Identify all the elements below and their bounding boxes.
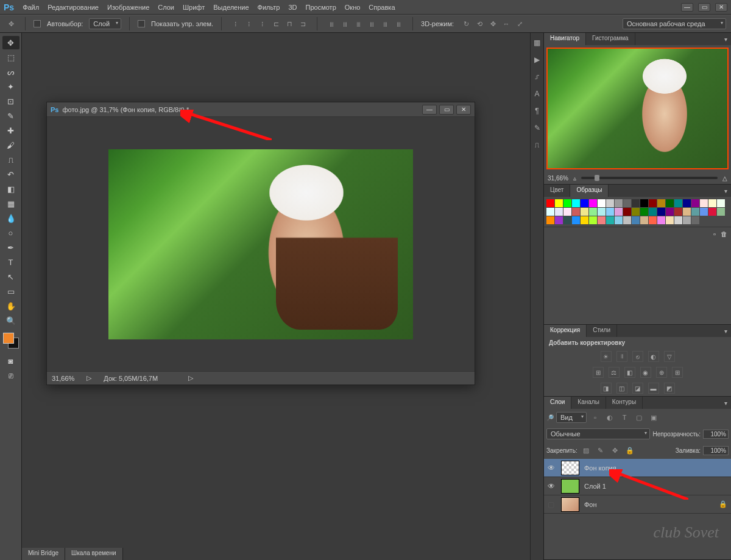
swatch[interactable] xyxy=(572,208,580,216)
colorbalance-icon[interactable]: ⚖ xyxy=(609,367,620,378)
swatch[interactable] xyxy=(657,216,665,224)
autoselect-checkbox[interactable] xyxy=(34,20,41,27)
swatch[interactable] xyxy=(649,216,657,224)
swatch[interactable] xyxy=(598,208,606,216)
clone-source-icon[interactable]: ⎍ xyxy=(532,140,542,150)
path-tool[interactable]: ↖ xyxy=(2,270,19,283)
swatch[interactable] xyxy=(657,208,665,216)
color-tab[interactable]: Цвет xyxy=(544,185,570,197)
swatch[interactable] xyxy=(674,208,682,216)
filter-smart-icon[interactable]: ▣ xyxy=(648,411,660,424)
swatch[interactable] xyxy=(691,199,699,207)
character-icon[interactable]: A xyxy=(532,89,542,99)
swatch[interactable] xyxy=(615,216,623,224)
swatch[interactable] xyxy=(674,216,682,224)
swatch[interactable] xyxy=(606,199,614,207)
color-menu-icon[interactable]: ▾ xyxy=(720,185,731,197)
zoom-out-icon[interactable]: ▵ xyxy=(573,175,576,182)
swatch[interactable] xyxy=(632,199,640,207)
swatch[interactable] xyxy=(555,199,563,207)
layer-name[interactable]: Слой 1 xyxy=(584,483,606,490)
swatch[interactable] xyxy=(615,208,623,216)
3d-orbit-icon[interactable]: ↻ xyxy=(460,18,472,30)
swatch[interactable] xyxy=(623,199,631,207)
adjustments-tab[interactable]: Коррекция xyxy=(544,325,587,337)
doc-info-icon[interactable]: ▷ xyxy=(87,374,91,382)
visibility-icon[interactable]: ▢ xyxy=(548,500,556,509)
layers-tab[interactable]: Слои xyxy=(544,397,571,409)
selective-icon[interactable]: ◩ xyxy=(664,383,675,394)
swatch[interactable] xyxy=(640,208,648,216)
actions-icon[interactable]: ▶ xyxy=(532,55,542,65)
gradient-tool[interactable]: ▦ xyxy=(2,197,19,210)
paragraph-icon[interactable]: ¶ xyxy=(532,106,542,116)
swatch[interactable] xyxy=(708,199,716,207)
shape-tool[interactable]: ▭ xyxy=(2,285,19,298)
crop-tool[interactable]: ⊡ xyxy=(2,94,19,108)
filter-pixel-icon[interactable]: ▫ xyxy=(589,411,601,424)
swatch[interactable] xyxy=(649,208,657,216)
align-bottom-icon[interactable]: ⫶ xyxy=(256,18,269,30)
lock-transparent-icon[interactable]: ▨ xyxy=(580,444,592,456)
swatch[interactable] xyxy=(598,199,606,207)
move-tool[interactable]: ✥ xyxy=(2,36,19,49)
layer-row[interactable]: ▢ Фон 🔒 xyxy=(544,495,731,514)
styles-tab[interactable]: Стили xyxy=(587,325,617,337)
menu-file[interactable]: Файл xyxy=(23,4,39,11)
menu-select[interactable]: Выделение xyxy=(213,4,249,11)
color-swatches[interactable] xyxy=(3,333,19,349)
swatches-tab[interactable]: Образцы xyxy=(570,185,609,197)
swatch[interactable] xyxy=(691,216,699,224)
filter-search-icon[interactable]: 🔎 xyxy=(546,414,554,421)
swatch[interactable] xyxy=(598,216,606,224)
swatch[interactable] xyxy=(683,216,691,224)
align-vcenter-icon[interactable]: ⫶ xyxy=(243,18,255,30)
blend-mode-dropdown[interactable]: Обычные xyxy=(546,428,650,439)
delete-swatch-icon[interactable]: 🗑 xyxy=(721,230,727,238)
zoom-tool[interactable]: 🔍 xyxy=(2,314,19,327)
swatch[interactable] xyxy=(623,216,631,224)
new-swatch-icon[interactable]: ▫ xyxy=(713,230,716,238)
workspace-dropdown[interactable]: Основная рабочая среда xyxy=(623,18,726,29)
hue-icon[interactable]: ⊞ xyxy=(593,367,604,378)
foreground-color[interactable] xyxy=(3,333,14,344)
layers-menu-icon[interactable]: ▾ xyxy=(720,397,731,409)
doc-maximize-button[interactable]: ▭ xyxy=(439,105,454,115)
channels-tab[interactable]: Каналы xyxy=(571,397,606,409)
window-minimize-button[interactable]: — xyxy=(681,3,693,12)
visibility-icon[interactable]: 👁 xyxy=(548,464,556,472)
swatch[interactable] xyxy=(632,216,640,224)
layer-name[interactable]: Фон копия xyxy=(584,464,616,472)
align-right-icon[interactable]: ⊐ xyxy=(297,18,309,30)
filter-shape-icon[interactable]: ▢ xyxy=(633,411,645,424)
swatch[interactable] xyxy=(717,199,725,207)
quickmask-tool[interactable]: ◙ xyxy=(2,354,19,367)
3d-scale-icon[interactable]: ⤢ xyxy=(514,18,526,30)
zoom-slider[interactable] xyxy=(581,177,718,179)
swatch[interactable] xyxy=(674,199,682,207)
zoom-level[interactable]: 31,66% xyxy=(52,375,74,382)
lasso-tool[interactable]: ᔕ xyxy=(2,65,19,79)
curves-icon[interactable]: ⎋ xyxy=(632,351,643,362)
navigator-menu-icon[interactable]: ▾ xyxy=(720,33,731,45)
filter-adjust-icon[interactable]: ◐ xyxy=(604,411,616,424)
3d-roll-icon[interactable]: ⟲ xyxy=(473,18,486,30)
autoselect-dropdown[interactable]: Слой xyxy=(89,18,121,29)
swatch[interactable] xyxy=(691,208,699,216)
paths-tab[interactable]: Контуры xyxy=(606,397,643,409)
distribute-1-icon[interactable]: ⫼ xyxy=(325,18,337,30)
swatch[interactable] xyxy=(708,208,716,216)
eyedropper-tool[interactable]: ✎ xyxy=(2,109,19,122)
swatch[interactable] xyxy=(615,199,623,207)
align-top-icon[interactable]: ⫶ xyxy=(230,18,242,30)
filter-type-icon[interactable]: T xyxy=(618,411,630,424)
swatch[interactable] xyxy=(555,208,563,216)
menu-window[interactable]: Окно xyxy=(345,4,361,11)
document-canvas[interactable] xyxy=(47,117,475,371)
menu-help[interactable]: Справка xyxy=(369,4,395,11)
layer-thumbnail[interactable] xyxy=(561,497,579,512)
blur-tool[interactable]: 💧 xyxy=(2,211,19,225)
menu-type[interactable]: Шрифт xyxy=(183,4,205,11)
stamp-tool[interactable]: ⎍ xyxy=(2,153,19,166)
lock-pixels-icon[interactable]: ✎ xyxy=(595,444,607,456)
